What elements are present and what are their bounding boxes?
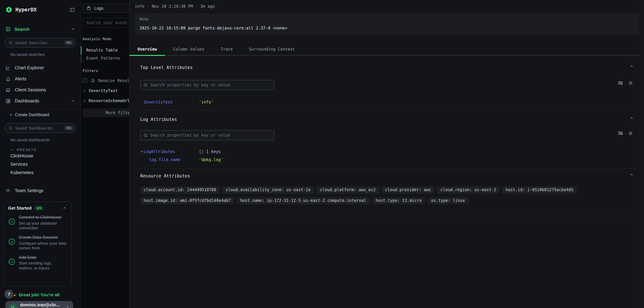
resource-pill[interactable]: host.id: i-0510b81275acbe4d5: [502, 186, 577, 194]
preset-item-clickhouse[interactable]: ClickHouse: [0, 152, 80, 160]
caret-down-icon[interactable]: ▾: [141, 150, 144, 153]
preset-label: Services: [10, 162, 28, 167]
sidebar-item-dashboards[interactable]: Dashboards: [0, 95, 80, 107]
get-started-item-title[interactable]: Connect to ClickHouse: [19, 215, 67, 220]
search-icon: [143, 133, 148, 138]
chevron-up-icon[interactable]: [71, 27, 75, 31]
get-started-item-desc: Set up your database connection: [19, 221, 67, 231]
chart-icon: [5, 65, 11, 70]
nav-label: Client Sessions: [15, 87, 46, 92]
chevron-up-icon[interactable]: [629, 64, 634, 69]
resource-pill[interactable]: host.image.id: ami-0f5fcdfbd140e4ab7: [140, 197, 234, 204]
search-icon: [143, 83, 148, 87]
saved-searches-placeholder: Saved Searches: [15, 40, 48, 45]
create-dashboard-label: Create Dashboard: [15, 112, 49, 117]
event-header-line: info · Nov 20 2:20:30 PM · 3m ago: [135, 4, 215, 9]
chevron-up-icon[interactable]: [71, 99, 75, 103]
attribute-value[interactable]: "info": [199, 100, 214, 104]
wrap-lines-icon[interactable]: [618, 80, 623, 86]
wrap-lines-icon[interactable]: [618, 131, 623, 136]
saved-searches-input[interactable]: Saved Searches ⌘K: [5, 38, 76, 47]
sidebar-item-team-settings[interactable]: Team Settings: [0, 186, 80, 195]
event-body-box: Body 2025-10-22 10:15:09 purge fonts-dej…: [135, 13, 639, 35]
attribute-sections: Top Level Attributes Search properties b…: [135, 56, 639, 216]
saved-dashboards-input[interactable]: Saved Dashboards ⌘K: [5, 123, 76, 133]
tab-label: Overview: [138, 47, 157, 52]
bell-icon: [5, 76, 11, 82]
gear-icon[interactable]: [628, 131, 633, 136]
mode-label: Event Patterns: [86, 56, 120, 61]
get-started-item-desc: Start sending logs, metrics, or traces: [19, 261, 67, 271]
create-dashboard-button[interactable]: + Create Dashboard: [0, 110, 80, 120]
shortcut-badge: ⌘K: [64, 40, 74, 45]
tab-surrounding-context[interactable]: Surrounding Context: [241, 43, 303, 56]
mode-results-table[interactable]: Results Table: [80, 46, 129, 54]
team-settings-label: Team Settings: [15, 188, 44, 193]
sidebar-item-alerts[interactable]: Alerts: [0, 73, 80, 84]
app-window: HyperDX Search Saved Searches ⌘K No save…: [0, 0, 644, 308]
sidebar-collapse-icon[interactable]: [70, 7, 75, 12]
attribute-key[interactable]: log.file.name: [149, 157, 199, 162]
resource-pill[interactable]: cloud.platform: aws_ec2: [316, 186, 379, 194]
nav-label: Chart Explorer: [15, 65, 44, 70]
user-menu[interactable]: D dominic.tran@clic... dominic.tran@clic…: [5, 301, 73, 308]
resource-pill[interactable]: cloud.region: us-east-2: [437, 186, 500, 194]
property-search-placeholder: Search properties by key or value: [150, 83, 230, 87]
resource-pill[interactable]: host.name: ip-172-31-12-5.us-east-2.comp…: [237, 197, 370, 204]
resource-pill[interactable]: cloud.provider: aws: [382, 186, 434, 194]
attribute-value-text: dpkg.log: [201, 157, 221, 162]
checkbox[interactable]: [82, 78, 88, 83]
gear-icon[interactable]: [628, 80, 633, 86]
preset-label: ClickHouse: [10, 153, 33, 158]
filter-group-severitytext[interactable]: SeverityText: [82, 88, 129, 93]
denoise-results-checkbox-row[interactable]: Denoise Resul: [82, 78, 129, 83]
filters-label: Filters: [82, 69, 129, 73]
avatar-initial: D: [12, 305, 14, 308]
chevron-right-icon: [82, 99, 86, 103]
denoise-icon: [90, 78, 95, 83]
mode-label: Results Table: [86, 48, 118, 53]
sidebar-item-search[interactable]: Search: [0, 25, 80, 33]
tab-column-values[interactable]: Column Values: [165, 43, 213, 56]
get-started-item-title[interactable]: Add Data: [19, 255, 67, 260]
resource-pill[interactable]: cloud.account.id: 244449518788: [140, 186, 220, 194]
resource-pill[interactable]: os.type: linux: [428, 197, 468, 204]
attribute-row-log-file-name[interactable]: log.file.name "dpkg.log": [140, 156, 639, 163]
search-config-panel: Logs Search your event Analysis Mode Res…: [80, 0, 129, 308]
property-search-input[interactable]: Search properties by key or value: [140, 130, 274, 140]
tab-trace[interactable]: Trace: [212, 43, 241, 56]
chevron-up-icon[interactable]: [629, 116, 634, 121]
attribute-key[interactable]: SeverityText: [144, 100, 199, 104]
preset-item-services[interactable]: Services: [0, 160, 80, 168]
attribute-value[interactable]: "dpkg.log": [199, 157, 223, 162]
property-search-placeholder: Search properties by key or value: [150, 133, 230, 138]
preset-item-kubernetes[interactable]: Kubernetes: [0, 168, 80, 177]
chevron-up-icon[interactable]: [629, 172, 634, 177]
tab-overview[interactable]: Overview: [130, 43, 165, 56]
get-started-item-title[interactable]: Create Data Sources: [19, 235, 67, 240]
get-started-header[interactable]: Get Started 3/3: [8, 206, 67, 211]
saved-dashboards-placeholder: Saved Dashboards: [15, 126, 52, 130]
key-count: 1 keys: [206, 149, 221, 154]
logattributes-tree-root[interactable]: ▾ LogAttributes {} 1 keys: [140, 149, 639, 155]
chevron-up-icon[interactable]: [62, 206, 67, 210]
sidebar-item-client-sessions[interactable]: Client Sessions: [0, 84, 80, 95]
property-search-input[interactable]: Search properties by key or value: [140, 80, 274, 90]
scrollbar[interactable]: [640, 0, 644, 308]
attribute-row-severitytext[interactable]: SeverityText "info": [140, 99, 639, 106]
help-button[interactable]: ?: [4, 290, 14, 299]
resource-pill[interactable]: cloud.availability_zone: us-east-2a: [222, 186, 314, 194]
mode-event-patterns[interactable]: Event Patterns: [80, 54, 129, 62]
sidebar-search-label: Search: [14, 27, 30, 32]
shortcut-badge: ⌘K: [64, 126, 74, 131]
presets-toggle[interactable]: PRESETS: [10, 148, 80, 152]
filter-group-label: ResourceSchemaUrl: [88, 98, 130, 103]
filter-group-resourceschemaurl[interactable]: ResourceSchemaUrl: [82, 98, 129, 103]
tree-root-key[interactable]: LogAttributes: [144, 149, 199, 154]
section-resource-attributes: Resource Attributes cloud.account.id: 24…: [135, 169, 639, 216]
analysis-mode-label: Analysis Mode: [82, 37, 129, 41]
sidebar-header: HyperDX: [0, 0, 80, 14]
no-saved-dashboards-text: No saved dashboards: [10, 138, 80, 142]
sidebar-item-chart-explorer[interactable]: Chart Explorer: [0, 62, 80, 73]
resource-pill[interactable]: host.type: t2.micro: [372, 197, 425, 204]
